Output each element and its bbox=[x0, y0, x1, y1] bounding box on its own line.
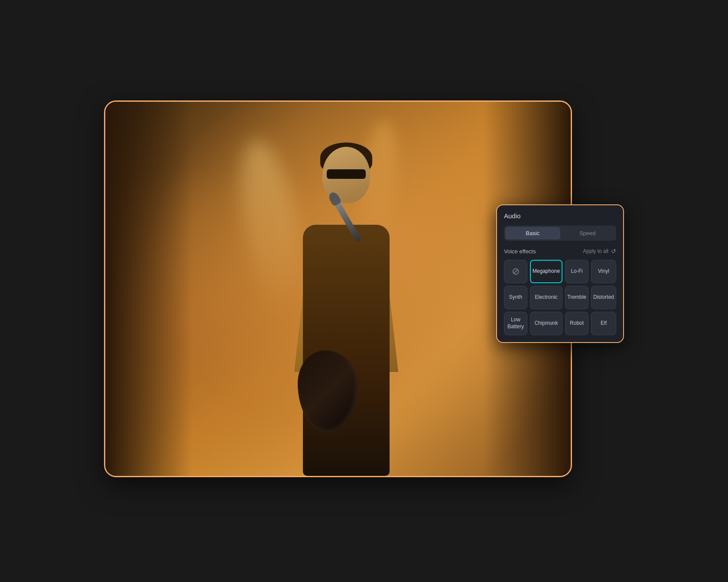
effect-none[interactable]: ⊘ bbox=[504, 260, 527, 283]
effect-distorted-label: Distorted bbox=[593, 294, 614, 301]
effect-megaphone[interactable]: Megaphone bbox=[530, 260, 562, 283]
effect-lofi-label: Lo-Fi bbox=[571, 268, 582, 275]
voice-effects-label: Voice effects bbox=[504, 248, 536, 255]
effect-low-battery-label: Low Battery bbox=[506, 317, 525, 330]
effect-lofi[interactable]: Lo-Fi bbox=[565, 260, 588, 283]
tabs-row: Basic Speed bbox=[504, 226, 616, 241]
effects-grid: ⊘ Megaphone Lo-Fi Vinyl Synth Electronic bbox=[504, 260, 616, 335]
effect-synth[interactable]: Synth bbox=[504, 286, 527, 309]
tab-speed[interactable]: Speed bbox=[560, 227, 615, 239]
effect-robot-label: Robot bbox=[570, 320, 584, 327]
effect-chipmunk-label: Chipmunk bbox=[534, 320, 558, 327]
effect-low-battery[interactable]: Low Battery bbox=[504, 312, 527, 335]
effect-electronic[interactable]: Electronic bbox=[530, 286, 562, 309]
reset-icon[interactable]: ↺ bbox=[611, 248, 616, 255]
effect-chipmunk[interactable]: Chipmunk bbox=[530, 312, 562, 335]
effect-electronic-label: Electronic bbox=[535, 294, 558, 301]
apply-to-all-row: Apply to all ↺ bbox=[583, 248, 616, 255]
effect-vinyl[interactable]: Vinyl bbox=[591, 260, 616, 283]
main-scene: Audio Basic Speed Voice effects Apply to… bbox=[104, 74, 624, 508]
effect-elf[interactable]: Elf bbox=[591, 312, 616, 335]
musician-figure bbox=[264, 147, 429, 476]
no-effect-icon: ⊘ bbox=[512, 267, 520, 276]
tab-basic[interactable]: Basic bbox=[505, 227, 560, 239]
effect-tremble-label: Tremble bbox=[567, 294, 586, 301]
effect-robot[interactable]: Robot bbox=[565, 312, 588, 335]
effect-elf-label: Elf bbox=[601, 320, 607, 327]
effect-synth-label: Synth bbox=[509, 294, 523, 301]
effect-vinyl-label: Vinyl bbox=[598, 268, 609, 275]
effect-distorted[interactable]: Distorted bbox=[591, 286, 616, 309]
apply-to-all-text: Apply to all bbox=[583, 248, 608, 254]
effect-tremble[interactable]: Tremble bbox=[565, 286, 588, 309]
panel-title: Audio bbox=[504, 212, 616, 220]
voice-effects-header: Voice effects Apply to all ↺ bbox=[504, 248, 616, 255]
audio-panel: Audio Basic Speed Voice effects Apply to… bbox=[496, 204, 624, 343]
effect-megaphone-label: Megaphone bbox=[533, 268, 560, 275]
